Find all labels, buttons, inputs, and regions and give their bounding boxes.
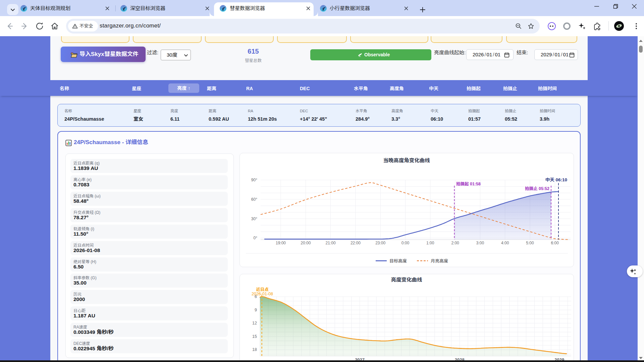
svg-text:20:00: 20:00 <box>301 241 311 245</box>
svg-text:拍摄止 05:52: 拍摄止 05:52 <box>525 186 549 191</box>
svg-text:15: 15 <box>252 334 257 339</box>
svg-text:90°: 90° <box>251 178 257 182</box>
svg-text:1:00: 1:00 <box>426 241 434 245</box>
svg-text:目标高度: 目标高度 <box>389 258 407 263</box>
svg-text:2:00: 2:00 <box>451 241 459 245</box>
svg-text:0°: 0° <box>254 236 258 240</box>
svg-text:0:00: 0:00 <box>401 241 410 245</box>
svg-text:中天 06:10: 中天 06:10 <box>545 177 567 182</box>
svg-text:9: 9 <box>255 308 257 312</box>
svg-text:6:00: 6:00 <box>551 241 559 245</box>
svg-text:23:00: 23:00 <box>375 241 385 245</box>
svg-text:30°: 30° <box>251 217 257 221</box>
svg-text:19:00: 19:00 <box>276 241 286 245</box>
svg-text:拍摄起 01:58: 拍摄起 01:58 <box>456 182 481 186</box>
svg-text:4:00: 4:00 <box>501 241 509 245</box>
svg-text:5:00: 5:00 <box>526 241 534 245</box>
svg-text:当晚高度角变化曲线: 当晚高度角变化曲线 <box>383 158 430 163</box>
svg-text:60°: 60° <box>251 197 257 202</box>
svg-text:3:00: 3:00 <box>476 241 484 245</box>
svg-text:2026-01-08: 2026-01-08 <box>252 292 273 296</box>
svg-text:近日点: 近日点 <box>256 287 269 292</box>
svg-text:亮度变化曲线: 亮度变化曲线 <box>391 277 422 283</box>
svg-text:月亮高度: 月亮高度 <box>431 258 448 263</box>
svg-text:22:00: 22:00 <box>351 241 361 245</box>
svg-text:12: 12 <box>252 321 257 325</box>
svg-text:18: 18 <box>252 347 257 352</box>
svg-text:21:00: 21:00 <box>326 241 336 245</box>
